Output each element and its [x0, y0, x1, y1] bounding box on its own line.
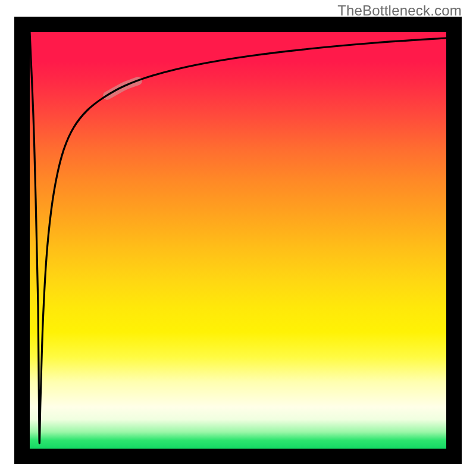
- chart-curve-svg: [30, 32, 446, 449]
- chart-outer-frame: [14, 17, 462, 464]
- chart-plot-area: [30, 32, 446, 449]
- bottleneck-curve-path: [30, 32, 446, 443]
- chart-stage: TheBottleneck.com: [0, 0, 476, 476]
